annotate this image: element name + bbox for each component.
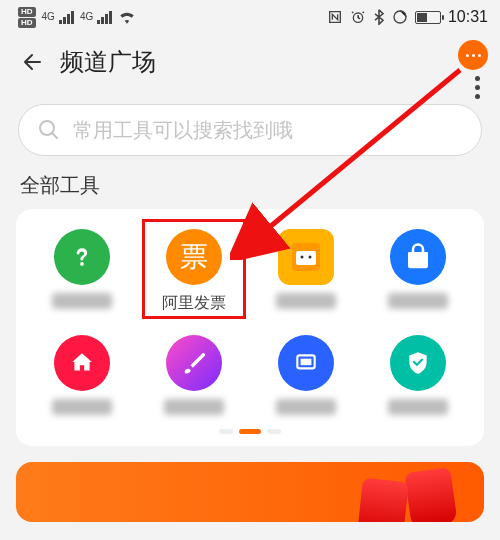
more-fab-button[interactable] [458, 40, 488, 70]
section-title: 全部工具 [0, 166, 500, 209]
shield-icon [390, 335, 446, 391]
tool-label [52, 399, 112, 415]
bluetooth-icon [373, 9, 385, 25]
status-bar: HD HD 4G 4G 10:31 [0, 0, 500, 34]
alarm-icon [350, 9, 366, 25]
tool-label [276, 399, 336, 415]
svg-rect-4 [296, 251, 316, 265]
tool-item[interactable] [26, 335, 138, 415]
tool-item[interactable] [250, 335, 362, 415]
arrow-left-icon [20, 50, 44, 74]
tools-card: 票 阿里发票 [16, 209, 484, 446]
page-dot-active[interactable] [239, 429, 261, 434]
tool-label [276, 293, 336, 309]
signal-label-2: 4G [80, 11, 93, 22]
svg-point-6 [309, 256, 312, 259]
app-header: 频道广场 [0, 34, 500, 90]
tool-label [164, 399, 224, 415]
tool-label [388, 293, 448, 309]
tool-item[interactable] [26, 229, 138, 313]
signal-bars-1 [59, 11, 74, 24]
tool-item-invoice[interactable]: 票 阿里发票 [138, 229, 250, 313]
hd-badge-1: HD [18, 7, 36, 17]
wifi-icon [118, 10, 136, 24]
tool-label [388, 399, 448, 415]
search-placeholder: 常用工具可以搜索找到哦 [73, 117, 293, 144]
battery-icon [415, 11, 441, 24]
tool-item[interactable] [362, 335, 474, 415]
tool-item[interactable] [362, 229, 474, 313]
promo-banner[interactable] [16, 462, 484, 522]
tool-item[interactable] [138, 335, 250, 415]
screen-icon [278, 335, 334, 391]
tool-item[interactable] [250, 229, 362, 313]
status-time: 10:31 [448, 8, 488, 26]
signal-label-1: 4G [42, 11, 55, 22]
home-icon [54, 335, 110, 391]
back-button[interactable] [14, 50, 50, 74]
question-icon [54, 229, 110, 285]
tool-label [52, 293, 112, 309]
overflow-menu-button[interactable] [475, 76, 480, 99]
search-input[interactable]: 常用工具可以搜索找到哦 [18, 104, 482, 156]
page-dot[interactable] [219, 429, 233, 434]
svg-rect-8 [301, 359, 312, 366]
tool-label: 阿里发票 [162, 293, 226, 313]
bag-icon [390, 229, 446, 285]
signal-bars-2 [97, 11, 112, 24]
cat-icon [278, 229, 334, 285]
invoice-icon: 票 [166, 229, 222, 285]
page-indicator[interactable] [26, 429, 474, 434]
brush-icon [166, 335, 222, 391]
svg-point-5 [301, 256, 304, 259]
search-icon [37, 118, 61, 142]
page-title: 频道广场 [60, 46, 156, 78]
nfc-icon [327, 9, 343, 25]
data-saver-icon [392, 9, 408, 25]
page-dot[interactable] [267, 429, 281, 434]
hd-badge-2: HD [18, 18, 36, 28]
